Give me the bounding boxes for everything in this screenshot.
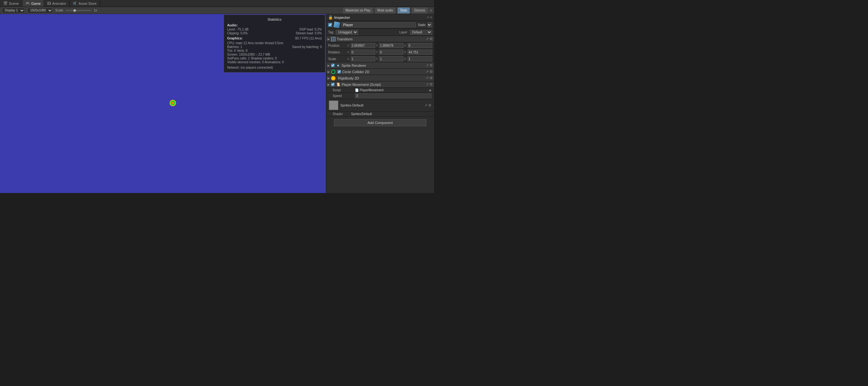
position-z-input[interactable] (408, 43, 432, 48)
stats-setpass: SetPass calls: 1 Shadow casters: 0 (227, 57, 322, 60)
tag-layer-row: Tag Untagged Layer Default (326, 29, 434, 36)
circle-collider-checkbox[interactable] (337, 70, 341, 73)
player-movement-icon: 📜 (336, 82, 340, 87)
tab-game[interactable]: 🎮 Game (22, 0, 44, 7)
inspector-pin-icons: ↗ ≡ (426, 16, 432, 19)
tab-scene-label: Scene (9, 2, 19, 5)
tab-animator[interactable]: 🎞 Animator (44, 0, 69, 7)
go-active-checkbox[interactable] (328, 23, 332, 27)
panel-menu-icon[interactable]: ≡ (430, 8, 432, 13)
position-z-field: Z (404, 43, 432, 48)
position-x-input[interactable] (351, 43, 375, 48)
stats-button[interactable]: Stats (398, 8, 409, 13)
resolution-select[interactable]: 1920x1080 (27, 8, 53, 13)
sprite-renderer-icon: ■ (336, 63, 340, 68)
main-layout: Statistics Audio: Level: -75.2 dB DSP lo… (0, 14, 434, 193)
mute-audio-button[interactable]: Mute audio (375, 8, 395, 13)
shader-value: Sprites/Default (351, 112, 372, 116)
sprite-renderer-settings-button[interactable]: ⚙ (430, 63, 433, 67)
maximize-on-play-button[interactable]: Maximize on Play (343, 8, 372, 13)
player-movement-settings-button[interactable]: ⚙ (430, 82, 433, 87)
tab-asset-store[interactable]: 🛒 Asset Store (69, 0, 100, 7)
stats-fps: 80.7 FPS (12.4ms) (295, 36, 322, 40)
scale-x-input[interactable] (351, 56, 375, 61)
transform-icon (331, 37, 336, 41)
stats-level: Level: -75.2 dB (227, 28, 248, 31)
transform-settings-button[interactable]: ⚙ (430, 37, 433, 41)
circle-collider-title: Circle Collider 2D (342, 70, 425, 74)
speed-input[interactable] (355, 93, 431, 98)
rotation-x-input[interactable] (351, 50, 375, 55)
tag-label: Tag (328, 31, 333, 34)
stats-panel: Statistics Audio: Level: -75.2 dB DSP lo… (224, 14, 326, 72)
game-toolbar: Display 1 1920x1080 Scale 1x Maximize on… (0, 7, 434, 14)
rigidbody-header[interactable]: ▶ Rigidbody 2D ↗ ⚙ (326, 75, 434, 81)
scale-slider[interactable] (66, 10, 91, 11)
gizmos-button[interactable]: Gizmos (412, 8, 427, 13)
transform-title: Transform (337, 37, 425, 41)
stats-batches-row: Batches: 1 Saved by batching: 0 (227, 45, 322, 49)
scale-fields: X Y Z (347, 56, 432, 61)
sprite-renderer-popup-button[interactable]: ↗ (426, 63, 429, 67)
rot-x-axis: X (347, 51, 350, 54)
material-row: Sprites-Default ↗ ⚙ (326, 99, 434, 112)
speed-row: Speed (326, 93, 434, 99)
position-y-input[interactable] (379, 43, 403, 48)
circle-collider-popup-button[interactable]: ↗ (426, 70, 429, 74)
add-component-button[interactable]: Add Component (334, 119, 426, 126)
static-dropdown[interactable]: ▼ (428, 22, 432, 27)
player-movement-arrow-icon: ▶ (328, 83, 330, 86)
rotation-y-input[interactable] (379, 50, 403, 55)
script-name: PlayerMovement (360, 88, 383, 92)
display-select[interactable]: Display 1 (2, 8, 25, 13)
transform-component-header[interactable]: ▶ Transform ↗ ⚙ (326, 36, 434, 42)
go-name-input[interactable] (342, 22, 416, 27)
layer-select[interactable]: Default (410, 30, 432, 35)
rotation-label: Rotation (328, 51, 347, 54)
player-movement-header[interactable]: ▶ 📜 Player Movement (Script) ↗ ⚙ (326, 81, 434, 88)
sprite-renderer-title: Sprite Renderer (342, 64, 425, 67)
player-movement-popup-button[interactable]: ↗ (426, 82, 429, 87)
sprite-renderer-checkbox[interactable] (331, 64, 335, 67)
circle-collider-settings-button[interactable]: ⚙ (430, 70, 433, 74)
rigidbody-settings-button[interactable]: ⚙ (430, 76, 433, 80)
inspector-pop-out-button[interactable]: ↗ (426, 16, 429, 19)
script-select-button[interactable]: ◉ (429, 89, 431, 92)
transform-popup-button[interactable]: ↗ (426, 37, 429, 41)
scale-value: 1x (94, 8, 97, 12)
tag-select[interactable]: Untagged (336, 30, 358, 35)
scale-y-input[interactable] (379, 56, 403, 61)
circle-collider-header[interactable]: ▶ Circle Collider 2D ↗ ⚙ (326, 69, 434, 75)
position-x-field: X (347, 43, 375, 48)
tab-animator-label: Animator (52, 2, 66, 5)
material-popup-button[interactable]: ↗ (425, 103, 427, 108)
sprite-renderer-header[interactable]: ▶ ■ Sprite Renderer ↗ ⚙ (326, 62, 434, 69)
static-label: Static (418, 23, 426, 27)
scale-x-field: X (347, 56, 375, 61)
rotation-row: Rotation X Y Z (326, 49, 434, 56)
stats-clipping: Clipping: 0.0% (227, 31, 248, 35)
scale-z-input[interactable] (408, 56, 432, 61)
scene-icon: 🎬 (3, 1, 8, 5)
player-movement-checkbox[interactable] (331, 83, 335, 86)
tab-scene[interactable]: 🎬 Scene (0, 0, 22, 7)
position-label: Position (328, 44, 347, 48)
rigidbody-popup-button[interactable]: ↗ (426, 76, 429, 80)
stats-audio-clipping-row: Clipping: 0.0% Stream load: 0.0% (227, 31, 322, 35)
circle-collider-btns: ↗ ⚙ (426, 70, 433, 74)
stats-cpu: CPU: main 12.4ms render thread 0.5ms (227, 41, 322, 45)
material-settings-button[interactable]: ⚙ (428, 103, 431, 108)
rotation-y-field: Y (376, 50, 404, 55)
game-viewport: Statistics Audio: Level: -75.2 dB DSP lo… (0, 14, 326, 193)
scale-y-axis: Y (376, 57, 379, 60)
material-preview (329, 100, 338, 110)
inspector-menu-button[interactable]: ≡ (430, 16, 432, 19)
script-file-icon: 📄 (355, 88, 359, 92)
player-sprite (170, 100, 176, 106)
scale-row-label: Scale (328, 57, 347, 61)
scale-row: Scale X Y Z (326, 56, 434, 62)
material-name: Sprites-Default (340, 103, 364, 107)
script-row: Script 📄 PlayerMovement ◉ (326, 88, 434, 93)
rotation-z-input[interactable] (408, 50, 432, 55)
script-label: Script (333, 88, 355, 92)
